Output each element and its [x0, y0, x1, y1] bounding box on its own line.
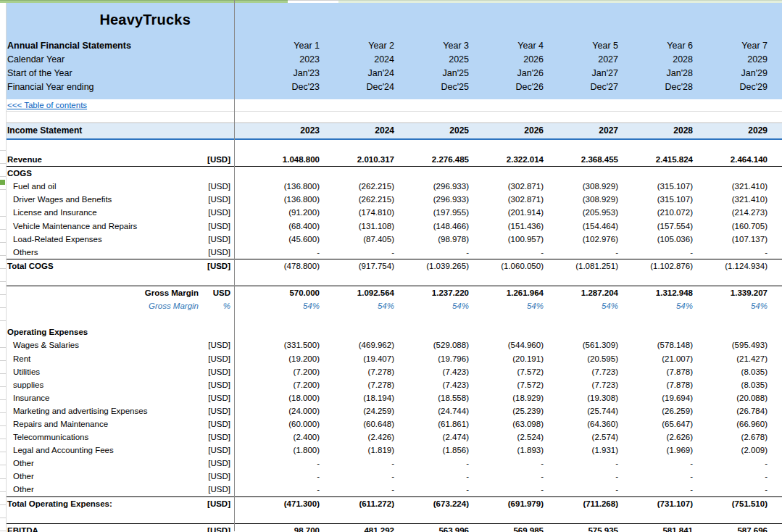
cell-value[interactable]: - [694, 457, 769, 470]
cell-value[interactable]: (315.107) [620, 180, 694, 193]
cell-value[interactable]: (471.300) [246, 497, 321, 510]
row-label[interactable]: Other [0, 457, 203, 470]
row-unit[interactable]: [USD] [203, 391, 236, 404]
cell-value[interactable]: (1.039.265) [396, 259, 470, 273]
cell-value[interactable]: (214.273) [694, 206, 769, 219]
row-label[interactable]: Financial Year ending [0, 80, 203, 94]
row-unit[interactable] [203, 325, 236, 338]
cell-value[interactable]: (1.969) [620, 444, 694, 457]
row-unit[interactable]: [USD] [203, 431, 236, 444]
cell-value[interactable]: Jan'26 [470, 67, 545, 80]
cell-value[interactable]: (7.200) [246, 378, 321, 391]
cell-value[interactable]: Jan'24 [321, 67, 396, 80]
cell-value[interactable]: (87.405) [321, 233, 396, 246]
cell-value[interactable]: 2028 [620, 123, 694, 138]
cell-value[interactable]: 575.935 [545, 524, 620, 532]
cell-value[interactable]: 1.237.220 [396, 286, 470, 299]
row-unit[interactable]: % [203, 299, 236, 312]
row-label[interactable]: Other [0, 483, 203, 496]
cell-value[interactable]: (1.893) [470, 444, 545, 457]
cell-value[interactable]: - [470, 483, 545, 496]
cell-value[interactable]: 581.841 [620, 524, 694, 532]
cell-value[interactable]: (321.410) [694, 180, 769, 193]
row-label[interactable] [0, 140, 203, 153]
cell-value[interactable]: (174.810) [321, 206, 396, 219]
cell-value[interactable]: Jan'29 [694, 67, 769, 80]
cell-value[interactable]: (1.081.251) [545, 259, 620, 273]
row-label[interactable]: Others [0, 246, 203, 259]
row-unit[interactable] [203, 123, 236, 138]
cell-value[interactable]: (63.098) [470, 417, 545, 431]
cell-value[interactable]: - [396, 246, 470, 259]
cell-value[interactable]: (561.309) [545, 338, 620, 352]
cell-value[interactable]: - [246, 457, 321, 470]
row-unit[interactable] [203, 273, 236, 286]
cell-value[interactable]: (20.088) [694, 391, 769, 404]
cell-value[interactable]: - [396, 457, 470, 470]
cell-value[interactable]: (2.678) [694, 431, 769, 444]
cell-value[interactable]: (26.259) [620, 404, 694, 417]
row-unit[interactable]: [USD] [203, 246, 236, 259]
cell-value[interactable]: (731.107) [620, 497, 694, 510]
cell-value[interactable]: (2.626) [620, 431, 694, 444]
cell-value[interactable]: 1.048.800 [246, 153, 321, 166]
cell-value[interactable]: 2027 [545, 53, 620, 67]
row-unit[interactable]: USD [203, 286, 236, 299]
cell-value[interactable]: (7.572) [470, 365, 545, 378]
row-label[interactable]: Telecommunications [0, 431, 203, 444]
cell-value[interactable]: - [694, 470, 769, 483]
row-label[interactable]: Annual Financial Statements [0, 39, 203, 53]
cell-value[interactable]: - [396, 483, 470, 496]
cell-value[interactable]: 2023 [246, 53, 321, 67]
row-label[interactable]: Start of the Year [0, 67, 203, 80]
cell-value[interactable]: Year 2 [321, 39, 396, 53]
cell-value[interactable]: (25.744) [545, 404, 620, 417]
cell-value[interactable]: Dec'24 [321, 80, 396, 94]
cell-value[interactable]: (7.278) [321, 365, 396, 378]
row-unit[interactable] [203, 510, 236, 523]
cell-value[interactable]: (18.558) [396, 391, 470, 404]
cell-value[interactable]: - [470, 246, 545, 259]
cell-value[interactable]: (107.137) [694, 233, 769, 246]
cell-value[interactable]: - [620, 470, 694, 483]
row-label[interactable]: Total COGS [0, 259, 203, 273]
cell-value[interactable]: Year 1 [246, 39, 321, 53]
cell-value[interactable]: (151.436) [470, 220, 545, 233]
cell-value[interactable]: 54% [620, 299, 694, 312]
cell-value[interactable]: (21.007) [620, 352, 694, 365]
row-unit[interactable] [203, 312, 236, 325]
cell-value[interactable]: 1.261.964 [470, 286, 545, 299]
cell-value[interactable]: (1.931) [545, 444, 620, 457]
cell-value[interactable]: 2025 [396, 53, 470, 67]
cell-value[interactable]: Year 6 [620, 39, 694, 53]
row-label[interactable]: Other [0, 470, 203, 483]
cell-value[interactable]: (19.200) [246, 352, 321, 365]
row-unit[interactable]: [USD] [203, 444, 236, 457]
cell-value[interactable]: - [470, 457, 545, 470]
cell-value[interactable]: (64.360) [545, 417, 620, 431]
cell-value[interactable]: 2026 [470, 53, 545, 67]
cell-value[interactable]: (7.572) [470, 378, 545, 391]
row-unit[interactable]: [USD] [203, 193, 236, 206]
cell-value[interactable]: - [694, 246, 769, 259]
cell-value[interactable]: 1.339.207 [694, 286, 769, 299]
cell-value[interactable]: (7.723) [545, 378, 620, 391]
cell-value[interactable]: (102.976) [545, 233, 620, 246]
row-unit[interactable]: [USD] [203, 153, 236, 166]
cell-value[interactable]: (2.574) [545, 431, 620, 444]
cell-value[interactable]: (7.878) [620, 365, 694, 378]
cell-value[interactable]: (308.929) [545, 180, 620, 193]
row-unit[interactable]: [USD] [203, 483, 236, 496]
cell-value[interactable]: (296.933) [396, 193, 470, 206]
row-label[interactable]: Gross Margin [0, 299, 203, 312]
cell-value[interactable]: (45.600) [246, 233, 321, 246]
row-unit[interactable]: [USD] [203, 338, 236, 352]
cell-value[interactable]: 570.000 [246, 286, 321, 299]
cell-value[interactable]: 2027 [545, 123, 620, 138]
cell-value[interactable]: 587.696 [694, 524, 769, 532]
cell-value[interactable]: - [470, 470, 545, 483]
cell-value[interactable]: (24.259) [321, 404, 396, 417]
row-label[interactable]: Vehicle Maintenance and Repairs [0, 220, 203, 233]
cell-value[interactable]: (60.648) [321, 417, 396, 431]
cell-value[interactable]: - [321, 470, 396, 483]
